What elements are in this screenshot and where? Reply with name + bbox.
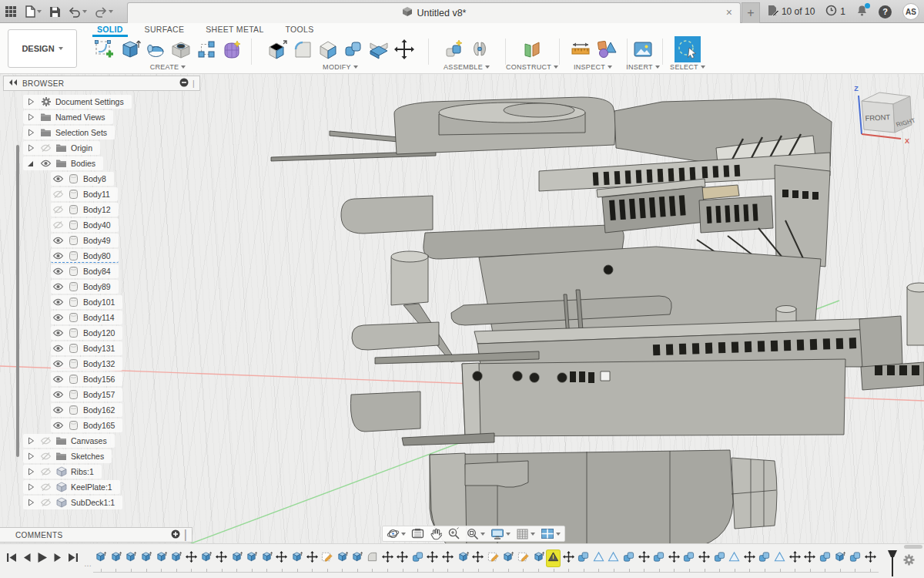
browser-item-body40[interactable]: Body40 — [51, 217, 200, 233]
comments-drag-handle[interactable]: | — [184, 528, 187, 542]
timeline-feature-move[interactable] — [742, 549, 758, 572]
timeline-feature-combine[interactable] — [576, 549, 591, 572]
timeline-feature-combine[interactable] — [621, 549, 637, 572]
timeline-step-back-button[interactable] — [22, 553, 32, 563]
app-grid-icon[interactable] — [5, 5, 17, 18]
visibility-off-icon[interactable] — [52, 220, 64, 230]
tab-surface[interactable]: SURFACE — [134, 23, 196, 35]
visibility-on-icon[interactable] — [52, 390, 64, 399]
timeline-feature-extrude[interactable] — [109, 549, 124, 572]
tab-solid[interactable]: SOLID — [86, 23, 134, 35]
browser-item-document-settings[interactable]: Document Settings — [23, 94, 200, 109]
visibility-on-icon[interactable] — [52, 313, 64, 322]
group-label-modify[interactable]: MODIFY — [254, 63, 427, 71]
timeline-feature-move[interactable] — [214, 549, 229, 572]
timeline-feature-move[interactable] — [274, 549, 290, 572]
workspace-switcher[interactable]: DESIGN — [8, 29, 77, 68]
timeline-feature-move[interactable] — [561, 549, 576, 572]
expand-arrow-icon[interactable] — [25, 436, 36, 445]
expand-arrow-icon[interactable] — [25, 113, 36, 122]
timeline-feature-extrude[interactable] — [199, 549, 214, 572]
browser-item-body157[interactable]: Body157 — [51, 387, 200, 402]
visibility-on-icon[interactable] — [52, 405, 64, 415]
extrude-icon[interactable] — [119, 39, 141, 60]
timeline-feature-move[interactable] — [425, 549, 440, 572]
timeline-feature-move[interactable] — [470, 549, 486, 572]
timeline-feature-extrude[interactable] — [244, 549, 259, 572]
group-label-construct[interactable]: CONSTRUCT — [507, 63, 557, 71]
tab-tools[interactable]: TOOLS — [275, 23, 325, 35]
viewports-icon[interactable] — [541, 528, 561, 539]
view-cube[interactable]: FRONT RIGHT Z X — [841, 80, 924, 148]
browser-item-body156[interactable]: Body156 — [51, 371, 200, 387]
collapse-comments-icon[interactable] — [171, 528, 180, 542]
timeline-feature-move[interactable] — [304, 549, 320, 572]
timeline-playhead[interactable] — [887, 550, 898, 578]
display-settings-icon[interactable] — [490, 528, 511, 540]
split-body-icon[interactable] — [368, 39, 390, 60]
collapse-panel-icon[interactable] — [8, 79, 18, 88]
construct-plane-icon[interactable] — [521, 39, 543, 60]
analysis-icon[interactable] — [595, 39, 617, 60]
timeline-feature-combine[interactable] — [711, 549, 727, 572]
new-tab-button[interactable]: + — [742, 2, 760, 23]
timeline-feature-move[interactable] — [395, 549, 410, 572]
browser-scrollbar[interactable] — [16, 145, 19, 457]
visibility-off-icon[interactable] — [52, 205, 64, 214]
timeline-feature-move[interactable] — [787, 549, 802, 572]
group-label-create[interactable]: CREATE — [86, 63, 249, 71]
timeline-feature-move[interactable] — [440, 549, 456, 572]
timeline-feature-loft-outline[interactable] — [772, 549, 788, 572]
avatar[interactable]: AS — [902, 3, 919, 20]
timeline-feature-combine[interactable] — [410, 549, 425, 572]
expand-arrow-icon[interactable] — [25, 467, 36, 476]
hole-icon[interactable] — [170, 39, 192, 60]
select-icon[interactable] — [675, 36, 701, 62]
job-status[interactable]: 1 — [825, 5, 845, 18]
timeline-feature-extrude[interactable] — [350, 549, 365, 572]
browser-item-body80[interactable]: Body80 — [51, 248, 200, 264]
expand-arrow-icon[interactable] — [25, 498, 36, 507]
visibility-on-icon[interactable] — [52, 267, 64, 276]
zoom-icon[interactable] — [447, 527, 460, 540]
visibility-off-icon[interactable] — [40, 436, 52, 445]
browser-item-selection-sets[interactable]: Selection Sets — [23, 125, 200, 140]
browser-item-body89[interactable]: Body89 — [51, 279, 200, 294]
insert-canvas-icon[interactable] — [632, 39, 654, 60]
browser-item-body165[interactable]: Body165 — [51, 418, 200, 433]
timeline-feature-loft-outline[interactable] — [727, 549, 742, 572]
joint-icon[interactable] — [469, 39, 490, 60]
timeline-feature-extrude[interactable] — [832, 549, 848, 572]
fillet-icon[interactable] — [292, 39, 313, 60]
timeline-feature-extrude[interactable] — [169, 549, 184, 572]
timeline-feature-combine[interactable] — [757, 549, 772, 572]
shell-icon[interactable] — [317, 39, 339, 60]
timeline-feature-move[interactable] — [862, 549, 878, 572]
combine-icon[interactable] — [343, 39, 364, 60]
browser-item-body49[interactable]: Body49 — [51, 233, 200, 248]
timeline-feature-move[interactable] — [697, 549, 712, 572]
browser-item-body120[interactable]: Body120 — [51, 325, 200, 341]
visibility-off-icon[interactable] — [40, 467, 52, 476]
visibility-on-icon[interactable] — [52, 282, 64, 291]
file-menu-icon[interactable] — [25, 5, 42, 18]
new-component-icon[interactable] — [444, 39, 465, 60]
browser-item-body131[interactable]: Body131 — [51, 341, 200, 356]
group-label-assemble[interactable]: ASSEMBLE — [430, 63, 504, 71]
expand-arrow-icon[interactable] — [25, 97, 36, 106]
browser-item-subdeck1-1[interactable]: SubDeck1:1 — [23, 495, 200, 510]
timeline-step-forward-button[interactable] — [53, 553, 62, 563]
visibility-off-icon[interactable] — [52, 190, 64, 199]
visibility-on-icon[interactable] — [52, 344, 64, 353]
timeline-feature-extrude[interactable] — [139, 549, 154, 572]
close-tab-icon[interactable]: × — [726, 7, 732, 18]
timeline-feature-extrude[interactable] — [229, 549, 244, 572]
timeline-feature-loft-outline[interactable] — [591, 549, 607, 572]
timeline-settings-gear-icon[interactable] — [902, 553, 916, 570]
grid-display-icon[interactable] — [516, 528, 535, 540]
timeline-feature-combine[interactable] — [848, 549, 863, 572]
timeline-go-to-start-button[interactable] — [6, 553, 17, 563]
visibility-off-icon[interactable] — [40, 143, 52, 153]
browser-item-body84[interactable]: Body84 — [51, 264, 200, 279]
document-tab[interactable]: Untitled v8* × — [127, 2, 741, 23]
